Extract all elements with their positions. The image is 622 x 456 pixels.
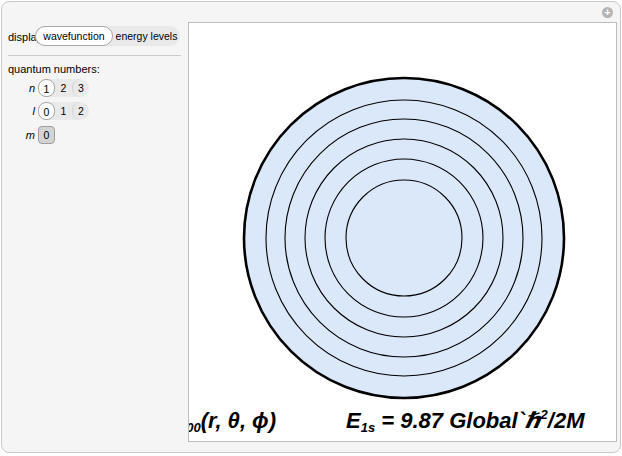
display-segmented-control: wavefunction energy levels (35, 26, 180, 46)
l-label: l (2, 102, 35, 120)
n-setter-bar: 1 2 3 (38, 79, 89, 97)
m-option-0[interactable]: 0 (38, 126, 55, 144)
energy-symbol: E (346, 408, 361, 433)
screenshot-stage: + display wavefunction energy levels qua… (0, 0, 622, 456)
n-option-1[interactable]: 1 (38, 79, 55, 97)
plus-icon[interactable]: + (602, 7, 613, 18)
energy-exponent: 2 (541, 407, 548, 422)
l-setter-bar: 0 1 2 (38, 102, 89, 120)
display-option-energy-levels[interactable]: energy levels (113, 26, 180, 46)
l-option-1[interactable]: 1 (55, 102, 72, 120)
l-option-0[interactable]: 0 (38, 102, 55, 120)
energy-tail: /2M (548, 408, 585, 433)
m-setter-bar: 0 (38, 126, 55, 144)
hbar-symbol: ℏ (525, 408, 541, 433)
psi-arguments: (r, θ, ϕ) (201, 408, 276, 433)
n-option-3[interactable]: 3 (72, 79, 89, 97)
n-label: n (2, 79, 35, 97)
n-option-2[interactable]: 2 (55, 79, 72, 97)
m-label: m (2, 126, 35, 144)
sphere-contour-plot (189, 23, 616, 441)
l-option-2[interactable]: 2 (72, 102, 89, 120)
wavefunction-label: ψ100(r, θ, ϕ) (188, 408, 276, 437)
energy-subscript: 1s (361, 420, 375, 435)
energy-mid: = 9.87 Global` (375, 408, 525, 433)
graphics-panel: ψ100(r, θ, ϕ) E1s = 9.87 Global`ℏ2/2M (188, 22, 617, 442)
sidebar-divider (8, 55, 181, 56)
energy-value-label: E1s = 9.87 Global`ℏ2/2M (346, 408, 585, 437)
manipulate-widget: + display wavefunction energy levels qua… (1, 1, 621, 453)
display-option-wavefunction[interactable]: wavefunction (35, 26, 113, 46)
quantum-numbers-heading: quantum numbers: (8, 63, 100, 75)
psi-subscript: 100 (188, 420, 201, 435)
